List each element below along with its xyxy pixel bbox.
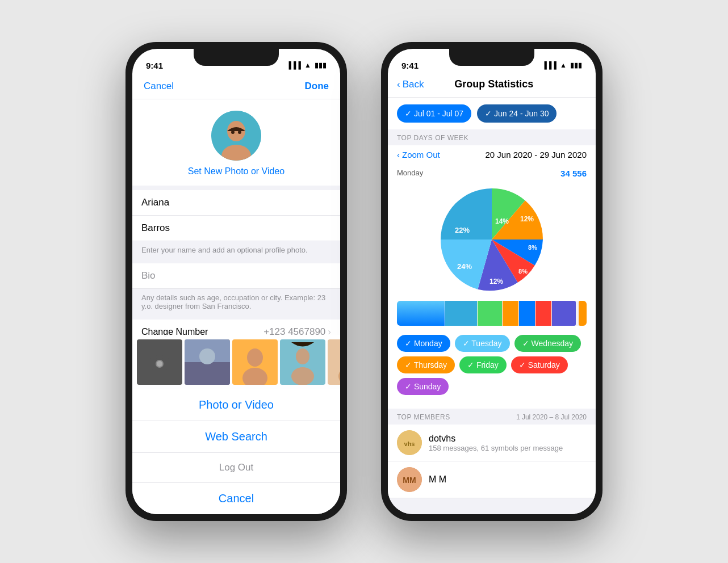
photo-strip <box>132 335 340 389</box>
first-name-field[interactable]: Ariana <box>132 190 340 216</box>
status-icons-1: ▐▐▐ ▲ ▮▮▮ <box>287 61 327 69</box>
svg-point-11 <box>199 348 215 364</box>
svg-text:vhs: vhs <box>404 440 415 447</box>
svg-point-3 <box>231 131 235 134</box>
log-out-button[interactable]: Log Out <box>132 453 340 483</box>
top-members-date: 1 Jul 2020 – 8 Jul 2020 <box>516 413 587 421</box>
svg-text:22%: 22% <box>455 226 470 234</box>
signal-icon-2: ▐▐▐ <box>542 61 557 69</box>
photo-thumb-1[interactable] <box>185 339 230 385</box>
phone1: 9:41 ▐▐▐ ▲ ▮▮▮ Cancel Done <box>125 42 347 521</box>
photo-or-video-button[interactable]: Photo or Video <box>132 389 340 421</box>
avatar-section: Set New Photo or Video <box>132 99 340 186</box>
page-title: Group Statistics <box>424 78 564 90</box>
bio-hint: Any details such as age, occupation or c… <box>132 289 340 315</box>
set-photo-button[interactable]: Set New Photo or Video <box>188 166 284 177</box>
svg-point-13 <box>247 348 263 367</box>
date-filters: ✓ Jul 01 - Jul 07 ✓ Jun 24 - Jun 30 <box>388 98 596 129</box>
camera-thumb[interactable] <box>137 339 182 385</box>
tuesday-chip[interactable]: ✓ Tuesday <box>455 335 510 352</box>
web-search-button[interactable]: Web Search <box>132 421 340 453</box>
battery-icon: ▮▮▮ <box>315 61 327 69</box>
time-1: 9:41 <box>146 61 163 70</box>
phone1-screen: Cancel Done Set New Photo or Video <box>132 74 340 514</box>
status-icons-2: ▐▐▐ ▲ ▮▮▮ <box>542 61 582 69</box>
thursday-chip[interactable]: ✓ Thursday <box>397 356 455 373</box>
svg-text:8%: 8% <box>528 244 537 251</box>
nav-bar: Cancel Done <box>132 74 340 99</box>
zoom-chevron-icon: ‹ <box>397 150 400 159</box>
date-range: 20 Jun 2020 - 29 Jun 2020 <box>486 150 587 159</box>
avatar[interactable] <box>211 111 261 161</box>
svg-text:14%: 14% <box>495 217 509 225</box>
svg-text:MM: MM <box>403 476 416 485</box>
notch <box>194 49 279 66</box>
picker-options: Photo or Video Web Search Log Out <box>132 389 340 483</box>
date-chip-1[interactable]: ✓ Jul 01 - Jul 07 <box>397 104 471 123</box>
svg-point-7 <box>157 361 162 367</box>
bio-section: Bio <box>132 263 340 289</box>
legend-day: Monday <box>397 169 423 178</box>
form-hint: Enter your name and add an optional prof… <box>132 241 340 259</box>
photo-picker: Photo or Video Web Search Log Out Cancel <box>132 335 340 514</box>
top-members-label: TOP MEMBERS <box>397 413 450 421</box>
member-name-dotvhs: dotvhs <box>429 434 587 444</box>
time-2: 9:41 <box>401 61 419 70</box>
cancel-nav-button[interactable]: Cancel <box>144 81 174 92</box>
notch-2 <box>449 49 534 66</box>
member-name-mm: M M <box>429 474 587 485</box>
member-stats-dotvhs: 158 messages, 61 symbols per message <box>429 444 587 452</box>
svg-text:12%: 12% <box>520 215 534 223</box>
done-nav-button[interactable]: Done <box>305 81 329 92</box>
svg-rect-10 <box>185 362 230 385</box>
battery-icon-2: ▮▮▮ <box>570 61 582 69</box>
form-section: Ariana Barros <box>132 190 340 241</box>
photo-thumb-2[interactable] <box>232 339 278 385</box>
svg-point-16 <box>296 348 309 364</box>
stats-nav: ‹ Back Group Statistics <box>388 74 596 98</box>
bar-chart-strip <box>397 301 587 326</box>
cancel-picker-button[interactable]: Cancel <box>132 483 340 514</box>
wednesday-chip[interactable]: ✓ Wednesday <box>514 335 581 352</box>
sunday-chip[interactable]: ✓ Sunday <box>397 378 449 395</box>
member-avatar-dotvhs: vhs <box>397 430 422 455</box>
last-name-field[interactable]: Barros <box>132 216 340 241</box>
phone2-screen: ‹ Back Group Statistics ✓ Jul 01 - Jul 0… <box>388 74 596 514</box>
photo-thumb-3[interactable] <box>280 339 325 385</box>
svg-point-17 <box>291 367 314 385</box>
svg-point-4 <box>238 131 241 134</box>
day-filters: ✓ Monday ✓ Tuesday ✓ Wednesday ✓ Thursda… <box>388 330 596 400</box>
chart-area: Monday 34 556 <box>388 164 596 409</box>
svg-text:8%: 8% <box>518 268 528 275</box>
zoom-out-button[interactable]: ‹ Zoom Out <box>397 150 440 159</box>
bio-field[interactable]: Bio <box>132 263 340 289</box>
member-avatar-mm: MM <box>397 467 422 492</box>
back-chevron-icon: ‹ <box>397 79 400 90</box>
member-info-dotvhs: dotvhs 158 messages, 61 symbols per mess… <box>429 434 587 452</box>
svg-text:24%: 24% <box>457 262 472 271</box>
member-row-mm: MM M M <box>388 461 596 498</box>
friday-chip[interactable]: ✓ Friday <box>459 356 507 373</box>
svg-rect-18 <box>328 339 340 385</box>
legend-count: 34 556 <box>560 169 587 178</box>
monday-chip[interactable]: ✓ Monday <box>397 335 450 352</box>
member-info-mm: M M <box>429 474 587 485</box>
photo-thumb-4[interactable] <box>328 339 340 385</box>
chart-legend: Monday 34 556 <box>388 169 596 183</box>
member-row-dotvhs: vhs dotvhs 158 messages, 61 symbols per … <box>388 425 596 461</box>
back-button[interactable]: ‹ Back <box>397 79 424 90</box>
signal-icon: ▐▐▐ <box>287 61 302 69</box>
phone2: 9:41 ▐▐▐ ▲ ▮▮▮ ‹ Back Group Statistics ✓… <box>381 42 603 521</box>
saturday-chip[interactable]: ✓ Saturday <box>511 356 568 373</box>
top-members-header: TOP MEMBERS 1 Jul 2020 – 8 Jul 2020 <box>388 409 596 425</box>
zoom-row: ‹ Zoom Out 20 Jun 2020 - 29 Jun 2020 <box>388 145 596 164</box>
pie-chart: 14% 12% 8% 8% 12% 24% 22% <box>435 183 549 296</box>
wifi-icon-2: ▲ <box>560 61 567 69</box>
svg-rect-8 <box>156 355 163 359</box>
top-days-label: TOP DAYS OF WEEK <box>388 129 596 145</box>
svg-text:12%: 12% <box>489 278 503 285</box>
date-chip-2[interactable]: ✓ Jun 24 - Jun 30 <box>477 104 557 123</box>
wifi-icon: ▲ <box>304 61 311 69</box>
